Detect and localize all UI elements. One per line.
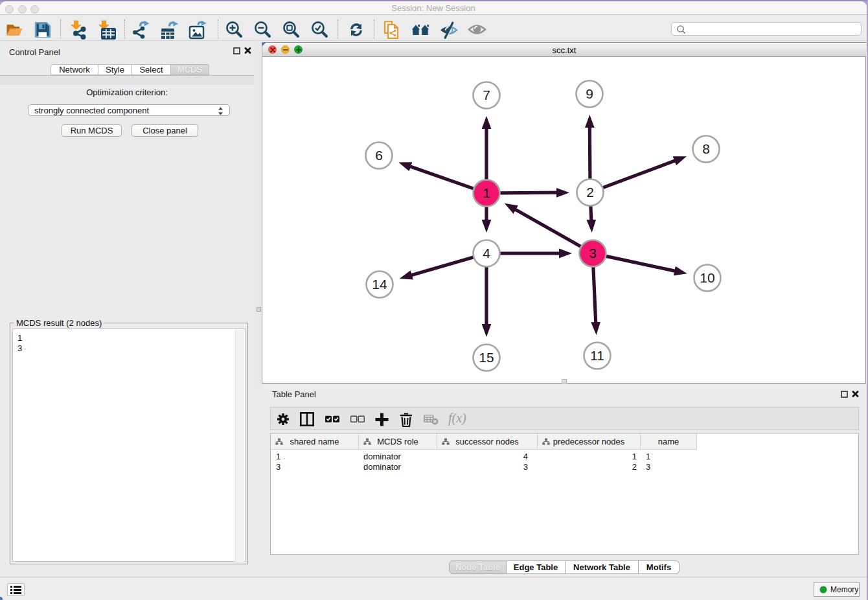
svg-text:2: 2 [586, 185, 594, 200]
svg-text:10: 10 [700, 270, 714, 285]
svg-text:11: 11 [590, 348, 604, 363]
svg-text:3: 3 [589, 246, 597, 260]
svg-text:8: 8 [702, 141, 710, 156]
svg-text:9: 9 [586, 86, 593, 101]
svg-text:4: 4 [483, 246, 490, 260]
svg-text:14: 14 [372, 277, 387, 292]
svg-text:6: 6 [375, 148, 383, 163]
svg-text:15: 15 [479, 350, 494, 365]
svg-text:7: 7 [483, 87, 490, 102]
svg-text:1: 1 [483, 185, 490, 200]
